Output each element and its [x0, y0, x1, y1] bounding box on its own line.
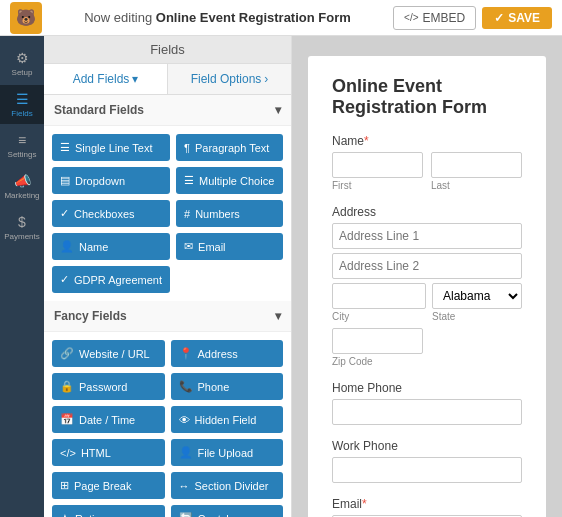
- field-dropdown[interactable]: ▤ Dropdown: [52, 167, 170, 194]
- field-hidden-field[interactable]: 👁 Hidden Field: [171, 406, 284, 433]
- sidebar-item-settings[interactable]: ≡ Settings: [0, 126, 44, 165]
- zip-col: Zip Code: [332, 328, 522, 367]
- star-icon: ★: [60, 512, 70, 517]
- fields-icon: ☰: [16, 91, 29, 107]
- phone-icon: 📞: [179, 380, 193, 393]
- embed-icon: </>: [404, 12, 418, 23]
- save-button[interactable]: ✓ SAVE: [482, 7, 552, 29]
- work-phone-group: Work Phone: [332, 439, 522, 483]
- code-icon: </>: [60, 447, 76, 459]
- address-line2-input[interactable]: [332, 253, 522, 279]
- fields-panel-title: Fields: [44, 36, 291, 64]
- home-phone-group: Home Phone: [332, 381, 522, 425]
- last-sublabel: Last: [431, 180, 522, 191]
- state-sublabel: State: [432, 311, 522, 322]
- form-preview: Online Event Registration Form Name* Fir…: [308, 56, 546, 517]
- first-sublabel: First: [332, 180, 423, 191]
- city-col: City: [332, 283, 426, 322]
- link-icon: 🔗: [60, 347, 74, 360]
- field-password[interactable]: 🔒 Password: [52, 373, 165, 400]
- field-numbers[interactable]: # Numbers: [176, 200, 283, 227]
- zip-sublabel: Zip Code: [332, 356, 522, 367]
- form-preview-title: Online Event Registration Form: [332, 76, 522, 118]
- numbers-icon: #: [184, 208, 190, 220]
- last-name-input[interactable]: [431, 152, 522, 178]
- state-select[interactable]: Alabama: [432, 283, 522, 309]
- field-section-divider[interactable]: ↔ Section Divider: [171, 472, 284, 499]
- fancy-fields-grid: 🔗 Website / URL 📍 Address 🔒 Password 📞 P…: [44, 332, 291, 517]
- zip-input[interactable]: [332, 328, 423, 354]
- name-row: First Last: [332, 152, 522, 191]
- person-icon: 👤: [60, 240, 74, 253]
- field-page-break[interactable]: ⊞ Page Break: [52, 472, 165, 499]
- sidebar: ⚙ Setup ☰ Fields ≡ Settings 📣 Marketing …: [0, 36, 44, 517]
- collapse-icon: ▾: [275, 103, 281, 117]
- fields-panel: Fields Add Fields ▾ Field Options › Stan…: [44, 36, 292, 517]
- name-label: Name*: [332, 134, 522, 148]
- sidebar-item-fields[interactable]: ☰ Fields: [0, 85, 44, 124]
- collapse-fancy-icon: ▾: [275, 309, 281, 323]
- field-paragraph-text[interactable]: ¶ Paragraph Text: [176, 134, 283, 161]
- preview-panel: Online Event Registration Form Name* Fir…: [292, 36, 562, 517]
- logo: 🐻: [10, 2, 42, 34]
- work-phone-label: Work Phone: [332, 439, 522, 453]
- captcha-icon: 🔄: [179, 512, 193, 517]
- city-state-row: City Alabama State: [332, 283, 522, 322]
- main-layout: ⚙ Setup ☰ Fields ≡ Settings 📣 Marketing …: [0, 36, 562, 517]
- chevron-down-icon: ▾: [132, 72, 138, 86]
- tab-field-options[interactable]: Field Options ›: [168, 64, 291, 94]
- calendar-icon: 📅: [60, 413, 74, 426]
- field-file-upload[interactable]: 👤 File Upload: [171, 439, 284, 466]
- first-name-input[interactable]: [332, 152, 423, 178]
- field-gdpr[interactable]: ✓ GDPR Agreement: [52, 266, 170, 293]
- tab-add-fields[interactable]: Add Fields ▾: [44, 64, 168, 94]
- email-group: Email*: [332, 497, 522, 517]
- field-address[interactable]: 📍 Address: [171, 340, 284, 367]
- pagebreak-icon: ⊞: [60, 479, 69, 492]
- top-bar: 🐻 Now editing Online Event Registration …: [0, 0, 562, 36]
- sidebar-item-payments[interactable]: $ Payments: [0, 208, 44, 247]
- gdpr-icon: ✓: [60, 273, 69, 286]
- fancy-fields-header: Fancy Fields ▾: [44, 301, 291, 332]
- email-label: Email*: [332, 497, 522, 511]
- home-phone-input[interactable]: [332, 399, 522, 425]
- last-name-col: Last: [431, 152, 522, 191]
- field-name[interactable]: 👤 Name: [52, 233, 170, 260]
- name-field-group: Name* First Last: [332, 134, 522, 191]
- textfield-icon: ☰: [60, 141, 70, 154]
- field-email[interactable]: ✉ Email: [176, 233, 283, 260]
- field-multiple-choice[interactable]: ☰ Multiple Choice: [176, 167, 283, 194]
- city-sublabel: City: [332, 311, 426, 322]
- location-icon: 📍: [179, 347, 193, 360]
- email-icon: ✉: [184, 240, 193, 253]
- field-datetime[interactable]: 📅 Date / Time: [52, 406, 165, 433]
- field-rating[interactable]: ★ Rating: [52, 505, 165, 517]
- dropdown-icon: ▤: [60, 174, 70, 187]
- address-line1-input[interactable]: [332, 223, 522, 249]
- sidebar-item-setup[interactable]: ⚙ Setup: [0, 44, 44, 83]
- setup-icon: ⚙: [16, 50, 29, 66]
- address-field-group: Address City Alabama State: [332, 205, 522, 367]
- field-single-line-text[interactable]: ☰ Single Line Text: [52, 134, 170, 161]
- lock-icon: 🔒: [60, 380, 74, 393]
- settings-icon: ≡: [18, 132, 26, 148]
- embed-button[interactable]: </> EMBED: [393, 6, 476, 30]
- paragraph-icon: ¶: [184, 142, 190, 154]
- field-captcha[interactable]: 🔄 Captcha: [171, 505, 284, 517]
- multiplechoice-icon: ☰: [184, 174, 194, 187]
- checkmark-icon: ✓: [494, 11, 504, 25]
- top-bar-title: Now editing Online Event Registration Fo…: [42, 10, 393, 25]
- sidebar-item-marketing[interactable]: 📣 Marketing: [0, 167, 44, 206]
- field-checkboxes[interactable]: ✓ Checkboxes: [52, 200, 170, 227]
- standard-fields-header: Standard Fields ▾: [44, 95, 291, 126]
- form-name: Online Event Registration Form: [156, 10, 351, 25]
- first-name-col: First: [332, 152, 423, 191]
- field-html[interactable]: </> HTML: [52, 439, 165, 466]
- work-phone-input[interactable]: [332, 457, 522, 483]
- home-phone-label: Home Phone: [332, 381, 522, 395]
- city-input[interactable]: [332, 283, 426, 309]
- checkbox-icon: ✓: [60, 207, 69, 220]
- field-phone[interactable]: 📞 Phone: [171, 373, 284, 400]
- eye-icon: 👁: [179, 414, 190, 426]
- field-website-url[interactable]: 🔗 Website / URL: [52, 340, 165, 367]
